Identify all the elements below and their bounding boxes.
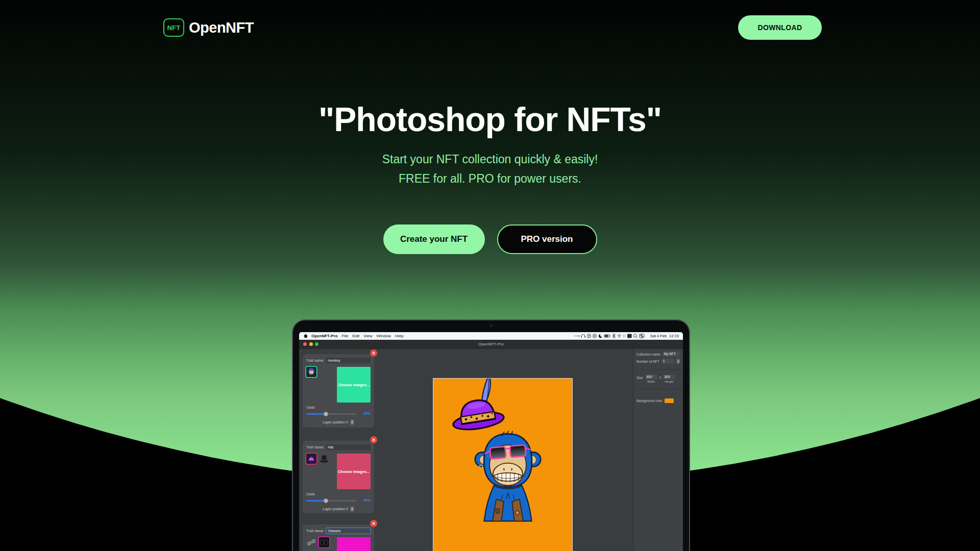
app-body: ✕ Trait name: monkey Choose images...: [299, 349, 683, 551]
trait-panel-glasses: ✕ Trait name: Glasses: [303, 524, 374, 551]
subtitle-line2: FREE for all. PRO for power users.: [0, 172, 980, 186]
settings-panel: Collection name My NFT Number of NFT 1 S…: [633, 349, 683, 551]
background-color-label: Background color: [636, 399, 663, 403]
cta-row: Create your NFT PRO version: [0, 224, 980, 254]
layer-position-label: Layer position 0: [323, 420, 348, 424]
collection-name-input[interactable]: My NFT: [663, 352, 680, 357]
trait-name-label: Trait name:: [306, 445, 324, 449]
traffic-lights: [303, 342, 318, 346]
menu-date: Sat 4 Feb: [650, 334, 667, 338]
collection-name-label: Collection name: [636, 353, 660, 356]
subtitle-line1: Start your NFT collection quickly & easi…: [0, 153, 980, 166]
landing-page: NFT OpenNFT DOWNLOAD "Photoshop for NFTs…: [0, 0, 980, 551]
layer-position-label: Layer position 0: [323, 507, 348, 511]
odds-label: Odds: [306, 492, 371, 496]
window-title: OpenNFT-Pro: [478, 342, 504, 346]
menu-bar-status-icons[interactable]: A Sat 4 Feb 12:19: [573, 333, 679, 339]
close-icon[interactable]: ✕: [370, 520, 377, 527]
close-icon[interactable]: ✕: [370, 349, 377, 357]
macos-menu-bar: OpenNFT-Pro File Edit View Window Help: [299, 332, 683, 340]
background-color-swatch[interactable]: [665, 398, 674, 403]
nft-logo-icon: NFT: [163, 18, 184, 37]
webcam-icon: [490, 324, 493, 327]
macos-screen: OpenNFT-Pro File Edit View Window Help: [299, 332, 683, 551]
slider-thumb[interactable]: [324, 498, 328, 503]
trait-name-input[interactable]: Hat: [326, 444, 371, 450]
nft-artwork-monkey: [433, 379, 572, 551]
hat-trait: [447, 379, 505, 433]
divider: [633, 389, 683, 389]
menu-file[interactable]: File: [342, 334, 349, 338]
top-hat-thumbnail[interactable]: [319, 454, 329, 464]
odds-percent: 45%: [363, 412, 371, 415]
odds-percent: 45%: [363, 498, 371, 502]
width-caption: Width: [647, 380, 655, 383]
menu-view[interactable]: View: [363, 334, 372, 338]
minimize-window-button[interactable]: [309, 342, 313, 346]
laptop-mockup: OpenNFT-Pro File Edit View Window Help: [292, 319, 690, 551]
slider-thumb[interactable]: [324, 412, 328, 416]
choose-images-button[interactable]: Choose images...: [337, 454, 371, 489]
height-caption: Height: [665, 380, 673, 383]
menu-help[interactable]: Help: [395, 334, 403, 338]
number-of-nft-input[interactable]: 1: [662, 359, 674, 364]
maximize-window-button[interactable]: [315, 342, 318, 346]
trait-panel-hat: ✕ Trait name: Hat: [303, 441, 374, 513]
gray-glasses-thumbnail[interactable]: [306, 537, 316, 547]
nft-preview-canvas[interactable]: [433, 378, 573, 551]
create-nft-button[interactable]: Create your NFT: [383, 224, 485, 254]
choose-images-button[interactable]: Choose images...: [337, 537, 371, 551]
odds-label: Odds: [306, 406, 371, 409]
menu-window[interactable]: Window: [376, 334, 390, 338]
trait-name-label: Trait name:: [306, 529, 324, 533]
monkey-trait: [475, 431, 541, 521]
menu-app-name[interactable]: OpenNFT-Pro: [311, 334, 338, 338]
close-icon[interactable]: ✕: [370, 436, 377, 443]
page-title: "Photoshop for NFTs": [0, 100, 980, 139]
download-button[interactable]: DOWNLOAD: [738, 15, 822, 40]
monkey-thumbnail[interactable]: [306, 367, 316, 377]
size-label: Size: [636, 376, 643, 380]
number-of-nft-label: Number of NFT: [636, 360, 659, 363]
trait-name-label: Trait name:: [306, 359, 324, 362]
svg-text:A: A: [628, 334, 631, 338]
divider: [633, 369, 683, 370]
apple-menu-icon[interactable]: [303, 333, 307, 339]
menu-time: 12:19: [669, 334, 679, 338]
status-icons: A: [573, 333, 648, 339]
number-stepper[interactable]: [676, 359, 680, 364]
logo[interactable]: NFT OpenNFT: [163, 18, 254, 37]
layer-stepper[interactable]: [350, 506, 354, 512]
trait-panel-monkey: ✕ Trait name: monkey Choose images...: [303, 354, 374, 428]
layer-stepper[interactable]: [350, 419, 354, 425]
trait-name-input[interactable]: monkey: [326, 358, 371, 363]
odds-slider[interactable]: [306, 413, 356, 415]
trait-name-input-focused[interactable]: Glasses: [326, 528, 371, 534]
close-window-button[interactable]: [303, 342, 307, 346]
window-title-bar[interactable]: OpenNFT-Pro: [299, 340, 683, 349]
pro-version-button[interactable]: PRO version: [497, 224, 597, 254]
logo-text: OpenNFT: [189, 19, 254, 36]
multiply-sign: x: [659, 375, 661, 379]
dark-glasses-thumbnail[interactable]: [319, 537, 329, 547]
odds-slider[interactable]: [306, 500, 356, 502]
height-input[interactable]: 800: [663, 374, 675, 380]
menu-edit[interactable]: Edit: [352, 334, 359, 338]
choose-images-button[interactable]: Choose images...: [337, 367, 371, 403]
width-input[interactable]: 600: [645, 374, 657, 380]
purple-hat-thumbnail[interactable]: [306, 454, 316, 464]
